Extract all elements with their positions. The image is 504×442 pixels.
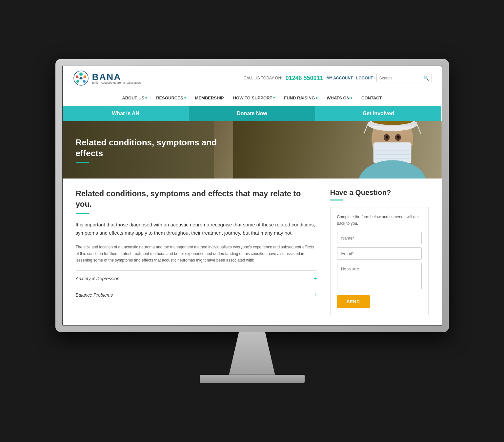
- svg-point-2: [84, 75, 86, 78]
- sidebar-underline: [330, 200, 343, 200]
- main-content: Related conditions, symptoms and effects…: [63, 179, 442, 325]
- search-box[interactable]: 🔍: [376, 74, 432, 82]
- nav-item-resources[interactable]: RESOURCES ▾: [151, 94, 190, 102]
- sidebar-title: Have a Question?: [330, 188, 429, 197]
- email-input[interactable]: [337, 247, 422, 260]
- my-account-link[interactable]: MY ACCOUNT: [327, 76, 353, 80]
- colored-nav-what-is-an[interactable]: What Is AN: [63, 106, 189, 121]
- svg-point-5: [76, 75, 78, 78]
- accordion-item-anxiety[interactable]: Anxiety & Depression +: [76, 270, 317, 287]
- main-nav: ABOUT US ▾ RESOURCES ▾ MEMBERSHIP HOW TO…: [63, 90, 442, 106]
- accordion-label-balance: Balance Problems: [76, 292, 113, 298]
- accordion-expand-icon: +: [313, 292, 317, 299]
- accordion-label-anxiety: Anxiety & Depression: [76, 276, 120, 281]
- svg-point-6: [80, 77, 82, 79]
- chevron-down-icon: ▾: [273, 96, 275, 100]
- nav-item-membership[interactable]: MEMBERSHIP: [191, 94, 229, 102]
- logo-text-area: BANA British Acoustic Neuroma Associatio…: [92, 72, 141, 84]
- bana-logo-icon: [72, 70, 90, 87]
- search-input[interactable]: [379, 76, 422, 80]
- nav-item-fund-raising[interactable]: FUND RAISING ▾: [279, 94, 322, 102]
- chevron-down-icon: ▾: [145, 96, 147, 100]
- form-card: Complete the form below and someone will…: [330, 207, 429, 315]
- svg-point-1: [79, 73, 83, 76]
- chevron-down-icon: ▾: [184, 96, 186, 100]
- intro-text: It is important that those diagnosed wit…: [76, 221, 317, 237]
- search-icon[interactable]: 🔍: [423, 75, 429, 81]
- monitor-stand: [219, 332, 285, 375]
- section-underline: [76, 213, 89, 214]
- header-top-row: CALL US TODAY ON: 01246 550011 MY ACCOUN…: [244, 74, 432, 82]
- top-header: BANA British Acoustic Neuroma Associatio…: [63, 66, 442, 90]
- nav-item-about[interactable]: ABOUT US ▾: [117, 94, 151, 102]
- phone-number: 01246 550011: [285, 75, 323, 82]
- chevron-down-icon: ▾: [316, 96, 317, 100]
- svg-line-11: [78, 78, 80, 78]
- svg-line-9: [82, 79, 83, 80]
- logo-subtitle: British Acoustic Neuroma Association: [92, 81, 141, 84]
- accordion-expand-icon: +: [313, 275, 317, 282]
- message-input[interactable]: [337, 263, 422, 289]
- accordion-item-balance[interactable]: Balance Problems +: [76, 287, 317, 303]
- monitor-base: [200, 375, 305, 383]
- monitor-screen: BANA British Acoustic Neuroma Associatio…: [62, 66, 442, 325]
- colored-nav-donate[interactable]: Donate Now: [189, 106, 315, 121]
- chevron-down-icon: ▾: [351, 96, 352, 100]
- monitor-wrapper: BANA British Acoustic Neuroma Associatio…: [55, 59, 449, 383]
- svg-point-18: [386, 136, 388, 138]
- logo-area: BANA British Acoustic Neuroma Associatio…: [72, 70, 141, 87]
- call-label: CALL US TODAY ON:: [244, 76, 282, 80]
- svg-rect-20: [373, 142, 411, 163]
- name-input[interactable]: [337, 232, 422, 244]
- colored-nav-get-involved[interactable]: Get Involved: [315, 106, 441, 121]
- hero-section: Related conditions, symptoms and effects: [63, 121, 442, 179]
- svg-point-3: [83, 80, 86, 83]
- svg-point-19: [397, 136, 399, 138]
- colored-nav-bar: What Is AN Donate Now Get Involved: [63, 106, 442, 121]
- website: BANA British Acoustic Neuroma Associatio…: [63, 66, 442, 325]
- sidebar-card: Have a Question? Complete the form below…: [330, 188, 429, 315]
- nav-item-whats-on[interactable]: WHATS ON ▾: [322, 94, 357, 102]
- content-right: Have a Question? Complete the form below…: [330, 188, 429, 315]
- hero-underline: [76, 162, 89, 163]
- svg-point-4: [76, 80, 79, 83]
- nav-item-contact[interactable]: CONTACT: [357, 94, 387, 102]
- monitor-bezel: BANA British Acoustic Neuroma Associatio…: [55, 59, 449, 332]
- logout-link[interactable]: LOGOUT: [356, 76, 373, 80]
- content-left: Related conditions, symptoms and effects…: [76, 188, 317, 315]
- section-heading: Related conditions, symptoms and effects…: [76, 188, 317, 209]
- svg-line-10: [79, 79, 80, 80]
- nav-item-how-to-support[interactable]: HOW TO SUPPORT ▾: [229, 94, 280, 102]
- header-right: CALL US TODAY ON: 01246 550011 MY ACCOUN…: [244, 74, 432, 82]
- body-text: The size and location of an acoustic neu…: [76, 244, 317, 264]
- form-description: Complete the form below and someone will…: [337, 214, 422, 226]
- send-button[interactable]: SEND: [337, 295, 370, 308]
- hero-title: Related conditions, symptoms and effects: [76, 137, 240, 159]
- svg-line-8: [82, 78, 84, 78]
- hero-content: Related conditions, symptoms and effects: [63, 127, 253, 173]
